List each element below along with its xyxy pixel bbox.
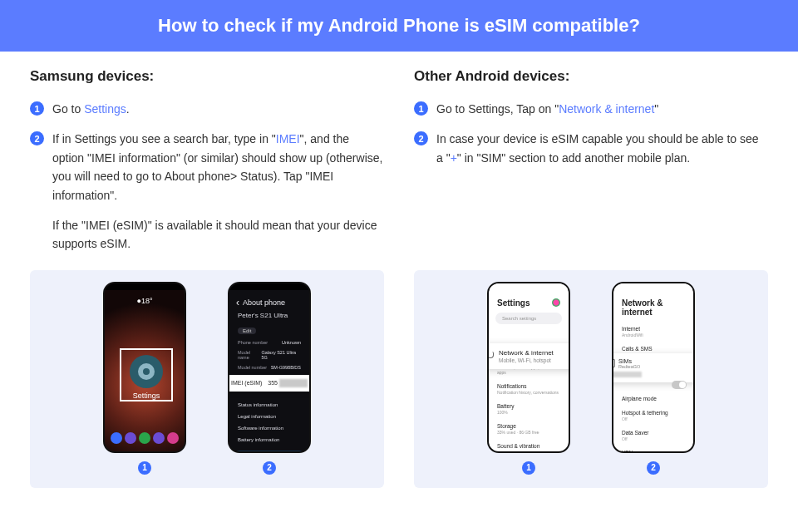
list-item: Storage33% used · 86 GB free (489, 419, 569, 439)
text: Go to Settings, Tap on " (436, 102, 559, 116)
text: " in "SIM" section to add another mobile… (457, 151, 690, 165)
shot-badge: 2 (263, 461, 276, 475)
sims-callout: SIMsRedteaGO + (612, 353, 695, 382)
shot-badge: 1 (138, 461, 151, 475)
phone-mock-about: About phone Peter's S21 Ultra Edit Phone… (228, 282, 311, 453)
gallery-row: ●18° Settings 1 About phone Peter's S21 … (0, 270, 798, 488)
other-shot-1: Settings Search settings Network & inter… (487, 282, 570, 475)
imei-esim-callout: IMEI (eSIM) 355 (228, 375, 311, 392)
redacted-value (279, 379, 308, 387)
info-row: Model nameGalaxy S21 Ultra 5G (229, 347, 309, 362)
avatar-icon (552, 298, 560, 307)
list-item: Battery information (229, 434, 309, 446)
step-text: In case your device is eSIM capable you … (436, 130, 768, 167)
network-internet-title: Network & internet (613, 290, 693, 322)
list-item: Status information (229, 399, 309, 411)
settings-link[interactable]: Settings (84, 102, 126, 116)
samsung-shot-1: ●18° Settings 1 (103, 282, 186, 475)
samsung-step-2: 2 If in Settings you see a search bar, t… (30, 130, 384, 204)
status-bar (613, 283, 693, 290)
suggestion-card: Looking for something else? Software upd… (234, 451, 304, 453)
gear-icon (138, 363, 155, 380)
list-item: VPNNone (613, 446, 693, 453)
text: . (126, 102, 130, 116)
content-columns: Samsung devices: 1 Go to Settings. 2 If … (0, 52, 798, 265)
settings-app-label: Settings (120, 392, 173, 400)
info-row: Model numberSM-G998B/DS (229, 362, 309, 372)
airplane-toggle (672, 381, 687, 389)
text: If in Settings you see a search bar, typ… (52, 132, 276, 145)
step-text: If in Settings you see a search bar, typ… (52, 130, 384, 204)
app-dock (105, 428, 185, 448)
sim-icon (612, 359, 615, 367)
list-item: Legal information (229, 411, 309, 422)
other-heading: Other Android devices: (414, 68, 768, 85)
network-internet-link[interactable]: Network & internet (559, 102, 654, 116)
phone-mock-network: Network & internet InternetAndroidWifi C… (612, 282, 695, 453)
other-step-2: 2 In case your device is eSIM capable yo… (414, 130, 768, 167)
step-text: Go to Settings. (52, 100, 130, 118)
settings-title: Settings (489, 290, 569, 313)
redacted-value (612, 372, 642, 377)
edit-button: Edit (238, 328, 256, 334)
imei-label: IMEI (eSIM) (231, 380, 262, 386)
imei-link[interactable]: IMEI (276, 132, 300, 145)
step-badge: 1 (414, 101, 428, 116)
add-sim-plus-icon: + (693, 359, 695, 368)
info-row: Phone numberUnknown (229, 337, 309, 347)
device-name: Peter's S21 Ultra (229, 310, 309, 321)
other-gallery: Settings Search settings Network & inter… (414, 270, 768, 488)
other-shot-2: Network & internet InternetAndroidWifi C… (612, 282, 695, 475)
list-item: Sound & vibration (489, 439, 569, 453)
samsung-gallery: ●18° Settings 1 About phone Peter's S21 … (30, 270, 384, 488)
list-item: Airplane mode (613, 392, 693, 406)
settings-app-icon (130, 355, 163, 388)
samsung-step-1: 1 Go to Settings. (30, 100, 384, 118)
list-item: NotificationsNotification history, conve… (489, 379, 569, 399)
samsung-column: Samsung devices: 1 Go to Settings. 2 If … (30, 68, 384, 265)
list-item: Data SaverOff (613, 426, 693, 446)
list-item: Software information (229, 422, 309, 434)
step-badge: 1 (30, 101, 44, 116)
samsung-heading: Samsung devices: (30, 68, 384, 85)
phone-mock-home: ●18° Settings (103, 282, 186, 453)
about-phone-header: About phone (229, 290, 309, 310)
plus-link[interactable]: + (451, 151, 457, 165)
list-item: Hotspot & tetheringOff (613, 406, 693, 426)
list-item: Battery100% (489, 399, 569, 419)
imei-value-prefix: 355 (268, 380, 278, 386)
other-column: Other Android devices: 1 Go to Settings,… (414, 68, 768, 265)
status-bar (229, 283, 309, 290)
step-text: Go to Settings, Tap on "Network & intern… (436, 100, 658, 118)
text: Go to (52, 102, 84, 116)
samsung-shot-2: About phone Peter's S21 Ultra Edit Phone… (228, 282, 311, 475)
shot-badge: 2 (647, 461, 660, 475)
status-bar (489, 283, 569, 290)
phone-mock-settings: Settings Search settings Network & inter… (487, 282, 570, 453)
step-badge: 2 (30, 131, 44, 145)
network-internet-callout: Network & internet Mobile, Wi-Fi, hotspo… (487, 343, 570, 369)
ni-sub: Mobile, Wi-Fi, hotspot (499, 357, 570, 363)
ni-label: Network & internet (499, 349, 554, 357)
weather-widget: ●18° (105, 297, 185, 305)
step-badge: 2 (414, 131, 428, 145)
other-step-1: 1 Go to Settings, Tap on "Network & inte… (414, 100, 768, 118)
text: " (654, 102, 658, 116)
status-bar (105, 283, 185, 290)
samsung-step-2-extra: If the "IMEI (eSIM)" is available it sho… (52, 216, 384, 254)
page-title: How to check if my Android Phone is eSIM… (0, 0, 798, 52)
shot-badge: 1 (522, 461, 535, 475)
about-list: Status information Legal information Sof… (229, 399, 309, 446)
search-settings-field: Search settings (495, 313, 562, 324)
sims-carrier: RedteaGO (618, 364, 640, 369)
sims-label: SIMs (618, 358, 640, 364)
list-item: InternetAndroidWifi (613, 322, 693, 342)
